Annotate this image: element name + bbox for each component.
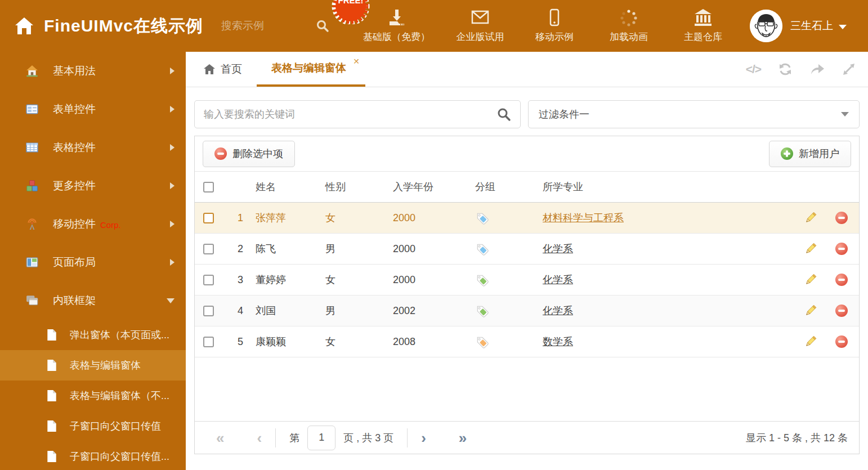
- file-icon: [46, 420, 57, 432]
- nav-item-loading-animation[interactable]: 加载动画: [605, 8, 653, 43]
- filter-dropdown[interactable]: 过滤条件一: [528, 100, 860, 128]
- sidebar-item-form-controls[interactable]: 表单控件: [0, 90, 186, 128]
- file-icon: [46, 359, 57, 371]
- table-row[interactable]: 3 董婷婷 女 2000 化学系: [195, 265, 859, 296]
- row-checkbox[interactable]: [203, 244, 214, 254]
- source-code-icon[interactable]: </>: [746, 62, 761, 76]
- chevron-right-icon: [170, 221, 175, 227]
- user-menu[interactable]: 三生石上: [750, 10, 847, 42]
- column-header-group[interactable]: 分组: [469, 180, 537, 194]
- delete-icon[interactable]: [835, 335, 848, 348]
- sidebar-subitem-child-to-parent-2[interactable]: 子窗口向父窗口传值...: [0, 441, 186, 470]
- first-page-button[interactable]: «: [216, 431, 224, 445]
- expand-icon[interactable]: [842, 62, 856, 76]
- sidebar: 基本用法 表单控件: [0, 52, 186, 470]
- search-icon[interactable]: [496, 107, 511, 122]
- sidebar-item-basic-usage[interactable]: 基本用法: [0, 52, 186, 90]
- sidebar-subitem-grid-edit-window-2[interactable]: 表格与编辑窗体（不...: [0, 381, 186, 411]
- edit-icon[interactable]: [797, 273, 824, 287]
- sidebar-item-mobile-controls[interactable]: 移动控件 Corp.: [0, 205, 186, 243]
- table-row[interactable]: 1 张萍萍 女 2000 材料科学与工程系: [195, 203, 859, 234]
- add-user-button[interactable]: 新增用户: [769, 141, 851, 167]
- nav-label: 企业版试用: [457, 30, 504, 43]
- chevron-right-icon: [170, 106, 175, 113]
- major-link[interactable]: 化学系: [543, 274, 573, 285]
- next-page-button[interactable]: ›: [421, 431, 426, 445]
- sidebar-item-grid-controls[interactable]: 表格控件: [0, 128, 186, 167]
- keyword-search-input[interactable]: [204, 109, 496, 120]
- delete-icon[interactable]: [835, 243, 848, 255]
- keyword-search-box[interactable]: [194, 100, 521, 128]
- major-link[interactable]: 数学系: [543, 336, 573, 347]
- app-window: FineUIMvc在线示例 FREE!: [0, 0, 868, 470]
- file-icon: [46, 450, 57, 463]
- antenna-icon: [26, 218, 38, 230]
- row-checkbox[interactable]: [203, 306, 214, 316]
- table-row[interactable]: 2 陈飞 男 2000 化学系: [195, 234, 859, 265]
- chevron-right-icon: [170, 68, 175, 74]
- edit-icon[interactable]: [797, 211, 824, 225]
- edit-icon[interactable]: [797, 304, 824, 317]
- delete-icon[interactable]: [835, 274, 848, 286]
- tag-icon: [469, 273, 537, 287]
- delete-selected-button[interactable]: 删除选中项: [203, 141, 295, 167]
- nav-item-theme-repo[interactable]: 主题仓库: [679, 8, 727, 43]
- filter-dropdown-value: 过滤条件一: [539, 108, 841, 121]
- tab-home[interactable]: 首页: [189, 52, 257, 87]
- select-all-checkbox[interactable]: [203, 182, 214, 193]
- major-link[interactable]: 化学系: [543, 243, 573, 254]
- delete-icon[interactable]: [835, 305, 848, 317]
- tab-grid-edit-window[interactable]: 表格与编辑窗体 ✕: [257, 52, 365, 87]
- nav-item-basic-edition[interactable]: 基础版（免费）: [363, 8, 430, 43]
- header-search[interactable]: [221, 19, 329, 33]
- file-icon: [46, 390, 57, 402]
- delete-icon[interactable]: [835, 212, 848, 224]
- sidebar-subitem-child-to-parent[interactable]: 子窗口向父窗口传值: [0, 411, 186, 441]
- table-row[interactable]: 4 刘国 男 2002 化学系: [195, 296, 859, 326]
- brand[interactable]: FineUIMvc在线示例: [15, 15, 203, 38]
- column-header-year[interactable]: 入学年份: [387, 180, 469, 194]
- main-panel: 首页 表格与编辑窗体 ✕ </>: [186, 52, 868, 470]
- tag-icon: [469, 304, 537, 317]
- free-badge: FREE!: [332, 0, 370, 24]
- search-icon[interactable]: [316, 19, 329, 33]
- mobile-icon: [544, 8, 565, 26]
- chevron-right-icon: [170, 259, 175, 266]
- nav-item-mobile-examples[interactable]: 移动示例: [530, 8, 579, 43]
- close-icon[interactable]: ✕: [353, 57, 360, 66]
- last-page-button[interactable]: »: [459, 431, 467, 445]
- header-search-input[interactable]: [221, 20, 306, 32]
- column-header-gender[interactable]: 性别: [320, 180, 387, 194]
- avatar[interactable]: [750, 10, 782, 42]
- table-row[interactable]: 5 康颖颖 女 2008 数学系: [195, 326, 859, 357]
- major-link[interactable]: 材料科学与工程系: [543, 212, 624, 223]
- column-header-major[interactable]: 所学专业: [537, 180, 797, 194]
- nav-label: 移动示例: [535, 30, 574, 43]
- row-checkbox[interactable]: [203, 213, 214, 223]
- nav-item-enterprise-trial[interactable]: 企业版试用: [456, 8, 504, 43]
- sidebar-subitem-grid-edit-window[interactable]: 表格与编辑窗体: [0, 350, 186, 381]
- spinner-icon: [619, 8, 639, 26]
- column-header-name[interactable]: 姓名: [247, 180, 320, 194]
- sidebar-item-iframe[interactable]: 内联框架: [0, 281, 186, 320]
- page-prefix: 第: [289, 431, 299, 445]
- tag-icon: [469, 335, 537, 348]
- pagination-bar: « ‹ 第 页 , 共 3 页 › » 显示 1 - 5 条 , 共 12 条: [195, 421, 859, 454]
- tab-bar: 首页 表格与编辑窗体 ✕ </>: [186, 52, 868, 87]
- sidebar-subitem-popup-window[interactable]: 弹出窗体（本页面或...: [0, 320, 186, 350]
- edit-icon[interactable]: [797, 335, 824, 348]
- edit-icon[interactable]: [797, 242, 824, 256]
- sidebar-item-more-controls[interactable]: 更多控件: [0, 167, 186, 205]
- chevron-down-icon: [841, 112, 849, 117]
- sidebar-item-page-layout[interactable]: 页面布局: [0, 243, 186, 281]
- home-icon: [204, 64, 215, 74]
- share-icon[interactable]: [809, 62, 825, 76]
- prev-page-button[interactable]: ‹: [257, 431, 262, 445]
- row-checkbox[interactable]: [203, 337, 214, 347]
- refresh-icon[interactable]: [778, 62, 793, 77]
- cubes-icon: [26, 180, 38, 192]
- row-checkbox[interactable]: [203, 275, 214, 285]
- major-link[interactable]: 化学系: [543, 305, 573, 316]
- page-number-input[interactable]: [307, 426, 335, 450]
- file-icon: [46, 329, 57, 341]
